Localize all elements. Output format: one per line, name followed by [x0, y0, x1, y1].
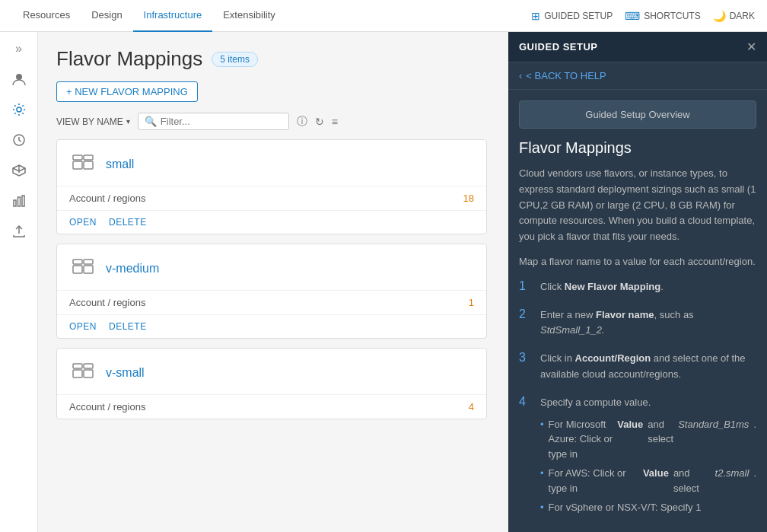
sidebar-item-chart[interactable]	[5, 187, 33, 215]
info-icon[interactable]: ⓘ	[297, 115, 307, 129]
svg-rect-5	[22, 196, 24, 206]
svg-rect-10	[73, 266, 82, 273]
step-1-text: Click New Flavor Mapping.	[540, 279, 664, 295]
sidebar-expand-btn[interactable]: »	[7, 38, 31, 59]
flavor-v-small-account-row: Account / regions 4	[57, 394, 486, 419]
nav-infrastructure[interactable]: Infrastructure	[133, 0, 213, 32]
step-4-bullet-vsphere: For vSphere or NSX-V/T: Specify 1	[540, 500, 756, 515]
chart-icon	[11, 193, 27, 209]
sidebar-item-upload[interactable]	[5, 218, 33, 245]
upload-icon	[11, 224, 27, 239]
guided-setup-icon: ⊞	[531, 10, 540, 22]
guided-setup-panel: GUIDED SETUP ✕ ‹ < BACK TO HELP Guided S…	[508, 32, 767, 532]
top-nav: Resources Design Infrastructure Extensib…	[0, 0, 767, 32]
shortcuts-btn[interactable]: ⌨ SHORTCUTS	[625, 10, 700, 22]
flavor-small-open-btn[interactable]: OPEN	[69, 217, 97, 228]
svg-rect-17	[84, 364, 93, 368]
shortcuts-icon: ⌨	[625, 10, 640, 22]
flavor-v-medium-account-value: 1	[469, 297, 474, 308]
filter-input-wrap: 🔍	[138, 113, 289, 130]
moon-icon: 🌙	[713, 10, 726, 22]
sidebar-item-settings[interactable]	[5, 96, 33, 123]
svg-rect-8	[73, 155, 82, 160]
page-header: Flavor Mappings 5 items	[56, 47, 490, 71]
svg-rect-12	[73, 260, 82, 264]
items-badge: 5 items	[212, 52, 258, 67]
guided-steps: 1 Click New Flavor Mapping. 2 Enter a ne…	[519, 279, 756, 520]
flavor-v-medium-account-row: Account / regions 1	[57, 290, 486, 314]
flavor-v-medium-icon	[69, 255, 97, 282]
svg-rect-15	[84, 370, 93, 377]
flavor-v-medium-delete-btn[interactable]: DELETE	[109, 321, 147, 332]
guided-step-1: 1 Click New Flavor Mapping.	[519, 279, 756, 295]
step-3-num: 3	[519, 351, 531, 383]
flavor-list: small Account / regions 18 OPEN DELETE	[56, 139, 490, 517]
chevron-down-icon: ▾	[126, 117, 130, 126]
flavor-small-icon	[69, 151, 97, 178]
svg-rect-13	[84, 260, 93, 264]
nav-resources[interactable]: Resources	[12, 0, 81, 32]
guided-panel-title: GUIDED SETUP	[519, 41, 598, 53]
step-3-text: Click in Account/Region and select one o…	[540, 351, 756, 383]
flavor-v-medium-open-btn[interactable]: OPEN	[69, 321, 97, 332]
guided-step-4: 4 Specify a compute value. For Microsoft…	[519, 395, 756, 520]
nav-design[interactable]: Design	[81, 0, 132, 32]
flavor-card-v-small-header: v-small	[57, 349, 486, 394]
svg-rect-3	[14, 200, 16, 206]
svg-rect-7	[84, 161, 93, 169]
dark-mode-btn[interactable]: 🌙 DARK	[713, 10, 755, 22]
guided-back-link[interactable]: ‹ < BACK TO HELP	[508, 62, 767, 90]
step-4-bullet-azure: For Microsoft Azure: Click or type in Va…	[540, 417, 756, 462]
view-by-button[interactable]: VIEW BY NAME ▾	[56, 116, 130, 127]
svg-point-0	[16, 74, 22, 80]
sidebar-item-person[interactable]	[5, 65, 33, 93]
flavor-card-small: small Account / regions 18 OPEN DELETE	[56, 139, 487, 234]
flavor-small-account-value: 18	[463, 193, 474, 204]
settings-icon	[11, 102, 27, 117]
svg-rect-6	[73, 161, 82, 169]
flavor-v-small-account-value: 4	[469, 401, 474, 413]
list-view-icon[interactable]: ≡	[332, 116, 338, 128]
flavor-v-small-account-label: Account / regions	[69, 401, 145, 413]
step-4-num: 4	[519, 395, 531, 520]
guided-content: Flavor Mappings Cloud vendors use flavor…	[508, 139, 767, 532]
nav-extensibility[interactable]: Extensibility	[212, 0, 286, 32]
flavor-small-account-row: Account / regions 18	[57, 186, 486, 210]
step-2-text: Enter a new Flavor name, such as StdSmal…	[540, 307, 756, 339]
step-1-num: 1	[519, 279, 531, 295]
svg-rect-4	[18, 197, 20, 206]
step-4-bullets: For Microsoft Azure: Click or type in Va…	[540, 417, 756, 515]
sidebar-item-cube[interactable]	[5, 157, 33, 184]
step-2-num: 2	[519, 307, 531, 339]
flavor-card-v-medium-header: v-medium	[57, 244, 486, 290]
flavor-small-delete-btn[interactable]: DELETE	[109, 217, 147, 228]
flavor-v-small-icon	[69, 359, 97, 387]
guided-setup-nav-btn[interactable]: ⊞ GUIDED SETUP	[531, 10, 613, 22]
flavor-card-v-small: v-small Account / regions 4	[56, 348, 487, 419]
step-4-text: Specify a compute value. For Microsoft A…	[540, 395, 756, 520]
step-4-bullet-aws: For AWS: Click or type in Value and sele…	[540, 466, 756, 495]
toolbar: VIEW BY NAME ▾ 🔍 ⓘ ↻ ≡	[56, 113, 490, 130]
svg-rect-14	[73, 370, 82, 377]
refresh-icon[interactable]: ↻	[315, 116, 324, 128]
chevron-left-icon: ‹	[519, 70, 522, 81]
flavor-card-v-medium: v-medium Account / regions 1 OPEN DELETE	[56, 244, 487, 339]
guided-overview-button[interactable]: Guided Setup Overview	[519, 100, 756, 129]
svg-rect-9	[84, 155, 93, 160]
svg-rect-11	[84, 266, 93, 273]
guided-close-button[interactable]: ✕	[746, 40, 756, 54]
flavor-v-small-name[interactable]: v-small	[106, 366, 145, 380]
guided-panel-header: GUIDED SETUP ✕	[508, 32, 767, 62]
sidebar-item-clock[interactable]	[5, 126, 33, 154]
cube-icon	[11, 163, 27, 178]
guided-step-2: 2 Enter a new Flavor name, such as StdSm…	[519, 307, 756, 339]
flavor-small-actions: OPEN DELETE	[57, 210, 486, 234]
filter-input[interactable]	[161, 116, 282, 127]
flavor-v-medium-name[interactable]: v-medium	[106, 262, 159, 276]
flavor-small-name[interactable]: small	[106, 158, 134, 171]
clock-icon	[11, 132, 27, 148]
person-icon	[11, 72, 27, 87]
search-icon: 🔍	[145, 116, 157, 127]
new-flavor-mapping-button[interactable]: + NEW FLAVOR MAPPING	[56, 81, 198, 102]
svg-point-1	[17, 107, 21, 112]
